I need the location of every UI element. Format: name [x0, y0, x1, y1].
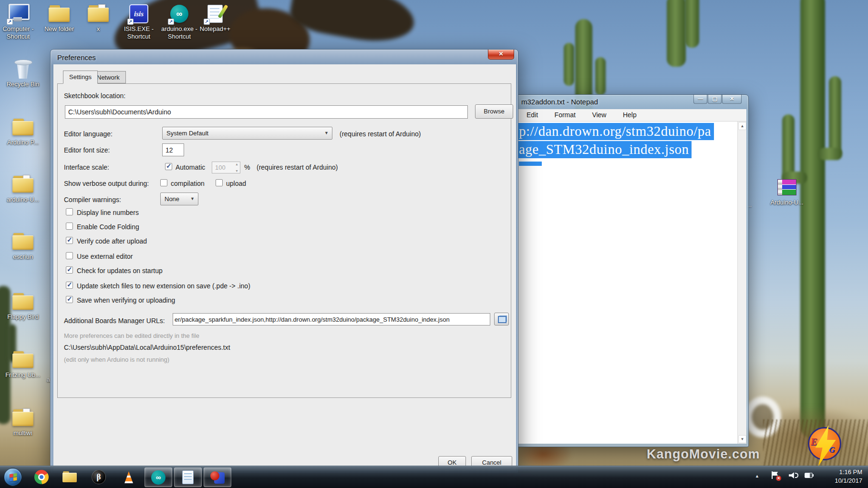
minimize-button[interactable] — [693, 95, 707, 104]
desktop-icon-notepad-plus-plus[interactable]: Notepad++ — [195, 4, 236, 33]
desktop-icon-fritzing[interactable]: Fritzing Ub... — [1, 350, 45, 379]
percent-sign: % — [244, 163, 250, 171]
folder-icon — [12, 176, 34, 193]
lightning-logo: E G — [807, 426, 843, 465]
winrar-archive-icon — [777, 179, 796, 195]
show-hidden-icons-icon[interactable] — [755, 474, 759, 478]
desktop-icon-label: arduino-U... — [1, 196, 45, 203]
scroll-up-icon[interactable] — [738, 122, 746, 130]
logo-letter-e: E — [811, 437, 817, 447]
verbose-output-label: Show verbose output during: — [64, 180, 149, 187]
option-label: Verify code after upload — [77, 237, 147, 245]
selected-text-fragment — [519, 162, 542, 166]
taskbar: β ∞ — [0, 466, 868, 488]
open-urls-window-icon[interactable] — [494, 313, 509, 325]
desktop-icon-label: x — [78, 25, 119, 33]
desktop-icon-arduino-p[interactable]: Arduino P... — [1, 117, 45, 146]
option-label: Check for updates on startup — [77, 267, 163, 274]
taskbar-chrome-button[interactable] — [34, 470, 49, 484]
editor-font-size-input[interactable] — [162, 143, 184, 156]
maximize-button[interactable] — [708, 95, 722, 104]
sketchbook-location-input[interactable] — [65, 105, 468, 119]
wallpaper-cactus-arm — [818, 148, 842, 160]
checkbox[interactable] — [66, 282, 73, 289]
close-button[interactable] — [488, 50, 514, 60]
menu-help[interactable]: Help — [619, 109, 641, 121]
desktop-icon-label: Flappy Bird — [1, 313, 45, 321]
notepad-text-area[interactable]: p://dan.drown.org/stm32duino/pa age_STM3… — [517, 122, 746, 444]
tab-settings[interactable]: Settings — [63, 71, 98, 84]
scrollbar[interactable] — [737, 122, 746, 444]
taskbar-clock[interactable]: 1:16 PM 10/1/2017 — [835, 468, 862, 485]
clock-time: 1:16 PM — [835, 468, 862, 477]
volume-icon[interactable] — [789, 472, 796, 478]
action-center-flag-icon[interactable] — [772, 471, 779, 480]
desktop-icon-flappy-bird[interactable]: Flappy Bird — [1, 292, 45, 321]
scroll-down-icon[interactable] — [738, 435, 746, 443]
checkbox[interactable] — [66, 208, 73, 215]
taskbar-explorer-button[interactable] — [62, 470, 78, 484]
clock-date: 10/1/2017 — [835, 477, 862, 485]
wallpaper-cactus — [667, 0, 686, 67]
start-button[interactable] — [4, 468, 22, 486]
shortcut-arrow-icon — [7, 19, 13, 25]
wallpaper-cactus-tall — [800, 0, 825, 438]
red-blue-app-icon — [210, 470, 225, 485]
checkbox[interactable] — [66, 223, 73, 230]
checkbox[interactable] — [66, 266, 73, 274]
volume-wave-icon — [795, 473, 798, 478]
automatic-checkbox[interactable] — [165, 163, 172, 170]
interface-scale-label: Interface scale: — [64, 163, 109, 171]
taskbar-vlc-button[interactable] — [122, 470, 135, 483]
checkbox[interactable] — [66, 296, 73, 303]
desktop-icon-arduino-u[interactable]: arduino-U... — [1, 174, 45, 203]
editor-language-dropdown[interactable]: System Default — [162, 127, 332, 140]
desktop-icon-computer-shortcut[interactable]: Computer - Shortcut — [0, 4, 39, 40]
chrome-icon — [34, 470, 49, 484]
vlc-cone-icon — [122, 471, 135, 483]
recycle-bin-icon — [14, 59, 31, 79]
compilation-checkbox[interactable] — [160, 179, 167, 186]
desktop-icon-escriun[interactable]: escriun — [1, 232, 45, 261]
desktop-icon-label: Recycle Bin — [1, 81, 45, 88]
scale-spinner[interactable]: 100 — [212, 162, 240, 173]
taskbar-beta-app-button[interactable]: β — [92, 470, 106, 484]
checkbox[interactable] — [66, 237, 73, 244]
desktop-icon-recycle-bin[interactable]: Recycle Bin — [1, 59, 45, 88]
boards-manager-urls-input[interactable] — [173, 313, 490, 325]
desktop-icon-arduino-u-rar[interactable]: Arduino-U... — [764, 177, 810, 206]
menu-edit[interactable]: Edit — [522, 109, 542, 121]
desktop-icon-x[interactable]: x — [78, 4, 119, 33]
option-label: Display line numbers — [77, 209, 139, 216]
wallpaper-cactus-arm — [782, 114, 795, 186]
compiler-warnings-dropdown[interactable]: None — [160, 193, 198, 205]
desktop-icon-label: Arduino-U... — [764, 199, 810, 206]
wallpaper-cactus-arm — [564, 43, 574, 86]
taskbar-media-app-button[interactable] — [204, 468, 231, 487]
dialog-title: Preferences — [57, 53, 96, 61]
battery-icon[interactable] — [805, 473, 813, 478]
taskbar-notepad-button[interactable] — [174, 468, 202, 487]
compiler-warnings-label: Compiler warnings: — [64, 196, 121, 203]
selected-text-line: p://dan.drown.org/stm32duino/pa — [518, 123, 714, 140]
boards-manager-urls-label: Additional Boards Manager URLs: — [64, 317, 165, 325]
watermark-text: KangoMovie.com — [647, 447, 760, 462]
browse-button[interactable]: Browse — [475, 104, 513, 119]
desktop-icon-multiwi[interactable]: multiwi — [1, 408, 45, 437]
close-button[interactable] — [722, 95, 742, 104]
wallpaper-eagle-wing — [287, 0, 418, 49]
desktop-icon-isis-shortcut[interactable]: isis ISIS.EXE - Shortcut — [118, 4, 159, 40]
shortcut-arrow-icon — [204, 19, 210, 25]
menu-format[interactable]: Format — [550, 109, 580, 121]
menu-view[interactable]: View — [588, 109, 610, 121]
upload-checkbox[interactable] — [216, 179, 223, 186]
document-sheet-icon — [98, 4, 105, 15]
desktop-icon-arduino-shortcut[interactable]: ∞ arduino.exe - Shortcut — [159, 4, 200, 40]
system-tray: 1:16 PM 10/1/2017 — [744, 466, 868, 488]
scale-value: 100 — [215, 164, 226, 171]
checkbox[interactable] — [66, 252, 73, 259]
taskbar-arduino-button[interactable]: ∞ — [145, 468, 172, 487]
restart-note: (requires restart of Arduino) — [257, 163, 338, 171]
desktop-icon-new-folder[interactable]: New folder — [39, 4, 80, 33]
folder-icon — [12, 119, 34, 136]
